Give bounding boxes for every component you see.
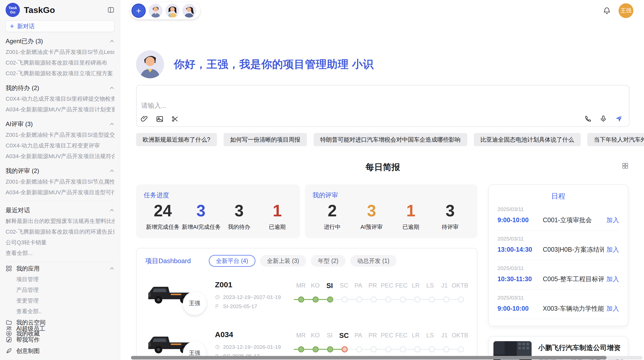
sidebar-item-my-apps[interactable]: 我的应用	[6, 263, 114, 274]
member-avatar[interactable]	[166, 4, 179, 18]
notification-bell-icon[interactable]	[603, 7, 611, 15]
milestone-node-fec	[396, 346, 410, 353]
dashboard-tabs: 全新平台 (4) 全新上装 (3) 年型 (2) 动总开发 (1)	[209, 255, 397, 267]
conversation-item[interactable]: C0X4-动力总成开发项目SI里程碑提交物检查	[6, 94, 114, 104]
conversation-item[interactable]: C02-飞腾新能源轻客改款项目里程碑画布	[6, 57, 114, 68]
suggestion-chip[interactable]: 欧洲新规最近颁布了什么?	[136, 133, 217, 146]
sidebar-item-help-write[interactable]: 帮我写作	[6, 334, 114, 345]
flag-text: SI-2025-05-17	[223, 303, 257, 309]
milestone-node-sc	[338, 346, 352, 353]
layout-grid-icon[interactable]	[621, 162, 629, 170]
recent-chat-item[interactable]: C02-飞腾新能源轻客改款项目的闭环通告反馈情况	[6, 227, 114, 237]
conversation-item[interactable]: Z001-全新燃油皮卡产品开发项目SI节点Lesson Learn报告	[6, 47, 114, 57]
join-link[interactable]: 加入	[606, 216, 619, 224]
add-member-button[interactable]: +	[131, 4, 146, 18]
app-name: TaskGo	[24, 5, 107, 15]
image-icon[interactable]	[156, 115, 164, 123]
suggestion-chip[interactable]: 如何写一份清晰的项目周报	[224, 133, 307, 146]
section-my-review[interactable]: 我的评审 (2)	[6, 165, 114, 176]
tab-new-platform[interactable]: 全新平台 (4)	[209, 255, 255, 267]
content: 你好，王强，我是你的项目管理助理 小识 欧洲新规最近颁布了什么? 如何写一份清晰…	[120, 50, 644, 360]
stat-value: 1	[258, 201, 296, 220]
app-item-change-mgmt[interactable]: 变更管理	[6, 295, 114, 306]
sidebar-item-ai-super-staff[interactable]: AI超级员工	[6, 323, 114, 334]
suggestion-chip[interactable]: 当下年轻人对汽车外观有怎样的喜好趋势	[587, 133, 644, 146]
stat-label: 已逾期	[258, 223, 296, 231]
stat-value: 3	[431, 201, 469, 220]
conversation-item[interactable]: A034-全新新能源MUV产品开发项目法规符合性评审	[6, 151, 114, 162]
recent-view-all[interactable]: 查看全部...	[6, 248, 114, 259]
suggestion-chip[interactable]: 比亚迪全固态电池计划具体说了什么	[474, 133, 581, 146]
section-recent-chats[interactable]: 最近对话	[6, 205, 114, 216]
project-row-a034[interactable]: 王强 A034 2023-12-19~2026-01-19 SC-2025-05…	[145, 328, 468, 360]
stat-label: 新增AI完成任务	[182, 223, 220, 231]
divider	[6, 262, 114, 262]
conversation-item[interactable]: A034-全新新能源MUV产品开发项目计划变更表编写	[6, 104, 114, 115]
recent-chat-item[interactable]: 解释最新出台的欧盟报废车法规再生塑料比例被调至15%...	[6, 216, 114, 227]
write-doc-icon	[6, 336, 12, 343]
team-avatar-group: +	[130, 2, 200, 19]
member-avatar[interactable]	[149, 4, 163, 18]
briefing-columns: 任务进度 24 新增完成任务 3 新增AI完成任务 3	[136, 184, 630, 360]
milestone-label-j1: J1	[437, 332, 451, 340]
briefing-title: 每日简报	[136, 161, 630, 173]
section-agent-done[interactable]: Agent已办 (3)	[6, 36, 114, 47]
recent-chat-item[interactable]: 公司Q3轻卡销量	[6, 237, 114, 248]
milestone-node-pr	[367, 346, 381, 353]
project-info: A034 2023-12-19~2026-01-19 SC-2025-05-17	[215, 328, 294, 360]
join-link[interactable]: 加入	[606, 304, 619, 313]
milestone-label-j1: J1	[437, 282, 451, 290]
conversation-item[interactable]: C0X4-动力总成开发项目工程变更评审	[6, 140, 114, 151]
suggestion-chip[interactable]: 特朗普可能对进口汽车增税会对中国车企造成哪些影响	[314, 133, 467, 146]
scissors-icon[interactable]	[171, 115, 179, 123]
conversation-item[interactable]: C02-飞腾新能源轻客改款项目立项汇报方案	[6, 68, 114, 79]
sidebar: Task Go TaskGo + 新对话 Agent已办 (3) Z001-全新…	[0, 0, 120, 360]
milestone-label-ko: KO	[308, 332, 322, 340]
milestone-label-ls: LS	[423, 282, 437, 290]
section-my-todo[interactable]: 我的待办 (2)	[6, 82, 114, 94]
composer	[136, 85, 630, 127]
scrollbar-thumb[interactable]	[131, 356, 607, 359]
conversation-item[interactable]: Z001-全新燃油轻卡产品开发项目SI节点属性5D文件评审	[6, 176, 114, 187]
project-row-z001[interactable]: 王强 Z001 2023-12-19~2027-01-19 SI-2025-05…	[145, 278, 468, 317]
app-item-project-mgmt[interactable]: 项目管理	[6, 274, 114, 285]
flag-icon	[215, 304, 220, 309]
app-item-product-mgmt[interactable]: 产品管理	[6, 285, 114, 295]
conversation-item[interactable]: Z001-全新燃油轻卡产品开发项目SI造型提交物评审	[6, 130, 114, 140]
schedule-event-title: X003-车辆动力学性能验...	[543, 304, 604, 313]
stat-value: 2	[313, 201, 351, 220]
clock-icon	[215, 295, 220, 300]
milestone-node-mr	[294, 346, 308, 353]
send-icon[interactable]	[615, 115, 623, 123]
phone-icon[interactable]	[584, 115, 592, 123]
schedule-date: 2025/03/11	[497, 236, 619, 242]
user-avatar[interactable]: 王强	[619, 3, 633, 18]
milestone-node-pec	[381, 346, 396, 353]
tab-powertrain[interactable]: 动总开发 (1)	[350, 255, 397, 267]
new-chat-label: 新对话	[17, 22, 35, 30]
stat-in-progress: 2 进行中	[313, 201, 351, 231]
join-link[interactable]: 加入	[606, 245, 619, 254]
schedule-event-title: C001-立项审批会	[543, 216, 604, 224]
tab-year-model[interactable]: 年型 (2)	[311, 255, 346, 267]
sidebar-item-creative-draw[interactable]: 创意制图	[6, 345, 114, 356]
app-logo: Task Go	[6, 3, 20, 17]
section-ai-review[interactable]: AI评审 (3)	[6, 118, 114, 130]
paperclip-icon[interactable]	[141, 115, 148, 123]
milestone-label-fec: FEC	[394, 282, 408, 290]
new-chat-button[interactable]: + 新对话	[6, 20, 114, 32]
microphone-icon[interactable]	[599, 115, 607, 123]
join-link[interactable]: 加入	[606, 275, 619, 283]
conversation-item[interactable]: A034-全新新能源MUV产品开发项目造型可行性评审	[6, 187, 114, 198]
section-title: 我的评审 (2)	[6, 167, 39, 175]
composer-tools-left	[141, 115, 179, 123]
user-name: 王强	[620, 7, 632, 14]
message-input[interactable]	[137, 85, 629, 126]
collapse-sidebar-icon[interactable]	[107, 6, 114, 13]
apps-view-all[interactable]: 查看全部..	[6, 306, 114, 317]
view-all-schedule-link[interactable]: 查看所有日程	[497, 325, 619, 326]
chevron-up-icon	[109, 169, 114, 173]
member-avatar[interactable]	[182, 4, 196, 18]
tab-new-body[interactable]: 全新上装 (3)	[260, 255, 306, 267]
stat-new-ai-done: 3 新增AI完成任务	[182, 201, 220, 231]
